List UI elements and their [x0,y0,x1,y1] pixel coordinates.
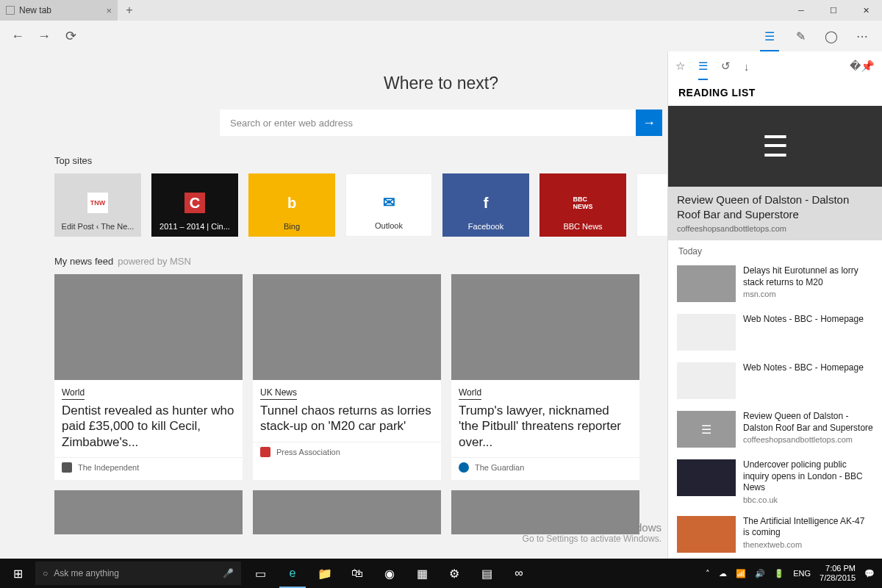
news-source: The Independent [54,457,243,480]
app-icon[interactable]: ▦ [406,559,438,588]
onedrive-icon[interactable]: ☁ [719,569,727,578]
news-card[interactable] [253,490,441,534]
news-image [253,490,441,534]
toolbar: ← → ⟳ ☰ ✎ ◯ ⋯ [0,21,882,51]
top-site-tile[interactable]: ✉Outlook [345,173,432,237]
system-tray: ˄ ☁ 📶 🔊 🔋 ENG 7:06 PM 7/28/2015 💬 [706,564,882,583]
notifications-icon[interactable]: 💬 [864,569,875,578]
app-icon[interactable]: ▤ [470,559,503,588]
reading-item[interactable]: ☰Review Queen of Dalston - Dalston Roof … [668,405,882,453]
tab-close-icon[interactable]: × [106,5,112,16]
refresh-button[interactable]: ⟳ [57,23,84,49]
downloads-tab-icon[interactable]: ↓ [744,56,750,77]
share-button[interactable]: ◯ [816,21,847,51]
clock[interactable]: 7:06 PM 7/28/2015 [820,564,856,583]
panel-title: READING LIST [668,81,882,106]
close-window-button[interactable]: ✕ [850,0,882,21]
facebook-icon: f [476,193,496,213]
news-category: World [62,386,85,400]
reading-hero-meta[interactable]: Review Queen of Dalston - Dalston Roof B… [668,187,882,240]
news-category: UK News [260,386,297,400]
task-view-icon[interactable]: ▭ [244,559,276,588]
top-site-tile[interactable]: bBing [248,173,335,237]
news-card[interactable]: UK News Tunnel chaos returns as lorries … [253,274,441,480]
reading-thumb: ☰ [677,411,736,448]
reading-item[interactable]: Undercover policing public inquiry opens… [668,453,882,510]
reading-item-title: Web Notes - BBC - Homepage [743,314,864,326]
news-card[interactable]: World Dentist revealed as hunter who pai… [54,274,243,480]
tile-label: 2011 – 2014 | Cin... [159,222,230,231]
reading-item-title: Undercover policing public inquiry opens… [743,459,873,494]
battery-icon[interactable]: 🔋 [774,569,784,578]
maximize-button[interactable]: ☐ [817,0,850,21]
news-card[interactable]: World Trump's lawyer, nicknamed 'the Pit… [451,274,639,480]
wifi-icon[interactable]: 📶 [736,569,746,578]
source-icon [459,462,469,473]
cortana-search[interactable]: ○ Ask me anything 🎤 [35,562,241,585]
news-image [54,490,243,534]
chrome-icon[interactable]: ◉ [373,559,406,588]
hub-panel: ☆ ☰ ↺ ↓ �📌 READING LIST ☰ Review Queen o… [667,51,882,559]
news-image [253,274,441,380]
reading-item[interactable]: Delays hit Eurotunnel as lorry stack ret… [668,259,882,308]
reading-item[interactable]: The Artificial Intelligence AK-47 is com… [668,510,882,559]
news-image [54,274,243,380]
start-button[interactable]: ⊞ [0,559,35,588]
taskbar: ⊞ ○ Ask me anything 🎤 ▭ e 📁 🛍 ◉ ▦ ⚙ ▤ ∞ … [0,559,882,588]
mic-icon[interactable]: 🎤 [223,568,234,578]
search-input[interactable] [220,110,636,136]
reading-list-tab-icon[interactable]: ☰ [698,55,708,77]
top-site-tile[interactable]: BBCNEWSBBC News [539,173,626,237]
clock-time: 7:06 PM [820,564,856,573]
minimize-button[interactable]: ─ [785,0,817,21]
tile-label: Facebook [468,222,503,231]
reading-hero-image[interactable]: ☰ [668,106,882,187]
search-go-button[interactable]: → [636,110,662,136]
web-note-button[interactable]: ✎ [785,21,816,51]
reading-item-source: coffeeshopsandbottletops.com [743,435,873,444]
new-tab-button[interactable]: + [118,0,141,21]
tile-label: Bing [284,222,300,231]
news-card[interactable] [54,490,243,534]
reading-item[interactable]: Web Notes - BBC - Homepage [668,308,882,356]
forward-button[interactable]: → [31,23,57,49]
reading-item-source: msn.com [743,290,873,298]
tile-label: BBC News [563,222,602,231]
app-icon[interactable]: ∞ [503,559,535,588]
news-headline: Dentist revealed as hunter who paid £35,… [54,403,243,457]
titlebar: New tab × + ─ ☐ ✕ [0,0,882,21]
hub-button[interactable]: ☰ [754,21,785,51]
source-icon [260,447,270,457]
reading-hero-source: coffeeshopsandbottletops.com [677,224,873,233]
reading-item-source: thenextweb.com [743,540,873,549]
favorites-tab-icon[interactable]: ☆ [675,55,685,77]
more-button[interactable]: ⋯ [847,21,878,51]
cortana-placeholder: Ask me anything [54,568,119,578]
explorer-icon[interactable]: 📁 [309,559,341,588]
reading-item[interactable]: Web Notes - BBC - Homepage [668,356,882,405]
back-button[interactable]: ← [4,23,31,49]
tab-title: New tab [19,5,51,15]
language-indicator[interactable]: ENG [793,569,811,578]
settings-icon[interactable]: ⚙ [438,559,470,588]
reading-thumb [677,314,736,351]
reading-list: Delays hit Eurotunnel as lorry stack ret… [668,259,882,559]
top-site-tile[interactable]: TNWEdit Post ‹ The Ne... [54,173,141,237]
browser-tab[interactable]: New tab × [0,0,118,21]
reading-thumb [677,516,736,553]
news-image [451,274,639,380]
volume-icon[interactable]: 🔊 [755,569,765,578]
reading-thumb [677,459,736,496]
history-tab-icon[interactable]: ↺ [721,55,731,77]
reading-item-title: Web Notes - BBC - Homepage [743,362,864,374]
reading-item-title: Review Queen of Dalston - Dalston Roof B… [743,411,873,434]
taskbar-apps: ▭ e 📁 🛍 ◉ ▦ ⚙ ▤ ∞ [244,559,535,588]
edge-icon[interactable]: e [276,559,309,588]
top-site-tile[interactable]: fFacebook [442,173,529,237]
outlook-icon: ✉ [379,192,399,212]
pin-panel-icon[interactable]: �📌 [850,55,875,77]
tray-chevron-icon[interactable]: ˄ [706,569,710,578]
top-site-tile[interactable]: C2011 – 2014 | Cin... [151,173,238,237]
news-source: Press Association [253,442,441,465]
store-icon[interactable]: 🛍 [341,559,373,588]
